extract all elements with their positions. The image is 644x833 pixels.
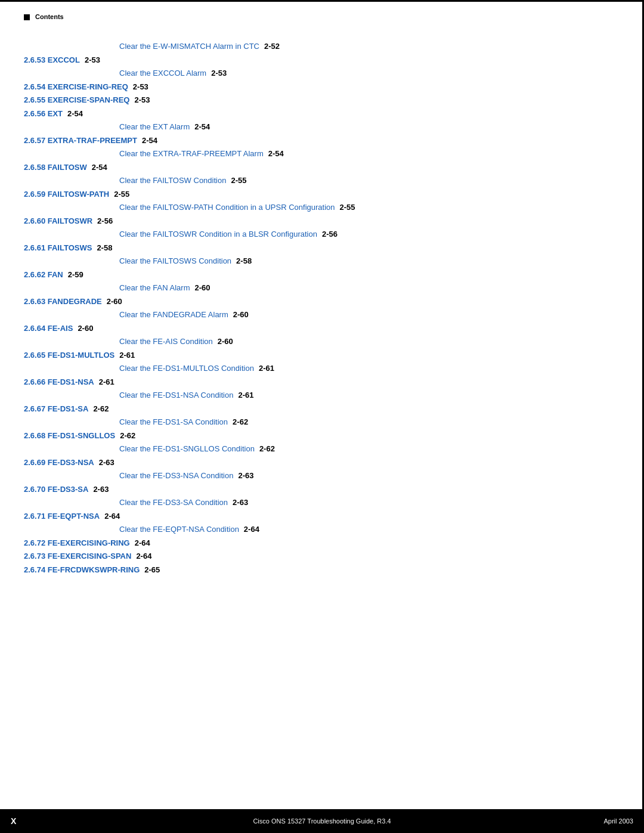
toc-link[interactable]: 2.6.68 FE-DS1-SNGLLOS	[24, 430, 115, 442]
toc-page-num: 2-63	[233, 497, 248, 509]
toc-link[interactable]: Clear the FE-DS3-SA Condition	[119, 497, 228, 509]
toc-row: 2.6.66 FE-DS1-NSA2-61	[24, 376, 632, 388]
toc-row: 2.6.72 FE-EXERCISING-RING2-64	[24, 537, 632, 549]
toc-link[interactable]: 2.6.74 FE-FRCDWKSWPR-RING	[24, 564, 140, 576]
toc-page-num: 2-55	[231, 175, 246, 187]
toc-link[interactable]: Clear the FE-DS3-NSA Condition	[119, 470, 233, 482]
toc-page-num: 2-54	[194, 121, 210, 133]
toc-row: 2.6.71 FE-EQPT-NSA2-64	[24, 510, 632, 522]
toc-page-num: 2-53	[133, 81, 148, 93]
toc-link[interactable]: 2.6.55 EXERCISE-SPAN-REQ	[24, 94, 129, 106]
toc-row: 2.6.58 FAILTOSW2-54	[24, 162, 632, 174]
toc-link[interactable]: Clear the FAILTOSW-PATH Condition in a U…	[119, 202, 335, 213]
toc-row: 2.6.69 FE-DS3-NSA2-63	[24, 457, 632, 469]
toc-link[interactable]: 2.6.64 FE-AIS	[24, 323, 73, 335]
toc-page-num: 2-56	[97, 215, 113, 227]
toc-row: 2.6.65 FE-DS1-MULTLOS2-61	[24, 349, 632, 361]
footer: X Cisco ONS 15327 Troubleshooting Guide,…	[0, 809, 644, 833]
toc-row: Clear the FE-DS1-NSA Condition2-61	[24, 389, 632, 401]
toc-page-num: 2-61	[259, 363, 274, 374]
toc-link[interactable]: 2.6.70 FE-DS3-SA	[24, 484, 88, 496]
toc-row: Clear the EXTRA-TRAF-PREEMPT Alarm2-54	[24, 148, 632, 160]
toc-page-num: 2-54	[142, 135, 157, 147]
toc-page-num: 2-53	[211, 67, 227, 79]
toc-link[interactable]: 2.6.57 EXTRA-TRAF-PREEMPT	[24, 135, 137, 147]
toc-link[interactable]: Clear the EXCCOL Alarm	[119, 67, 206, 79]
toc-row: 2.6.53 EXCCOL2-53	[24, 54, 632, 66]
toc-page-num: 2-54	[268, 148, 284, 160]
toc-link[interactable]: Clear the FAILTOSWR Condition in a BLSR …	[119, 228, 317, 240]
toc-link[interactable]: 2.6.63 FANDEGRADE	[24, 296, 102, 308]
toc-link[interactable]: Clear the FAILTOSW Condition	[119, 175, 226, 187]
toc-link[interactable]: 2.6.54 EXERCISE-RING-REQ	[24, 81, 128, 93]
toc-page-num: 2-60	[218, 336, 233, 348]
toc-page-num: 2-62	[120, 430, 135, 442]
toc-row: Clear the FE-AIS Condition2-60	[24, 336, 632, 348]
toc-page-num: 2-56	[322, 228, 338, 240]
toc-page-num: 2-64	[135, 537, 150, 549]
toc-row: 2.6.56 EXT2-54	[24, 108, 632, 120]
toc-row: 2.6.60 FAILTOSWR2-56	[24, 215, 632, 227]
toc-link[interactable]: Clear the FAILTOSWS Condition	[119, 255, 231, 267]
toc-link[interactable]: 2.6.72 FE-EXERCISING-RING	[24, 537, 130, 549]
toc-link[interactable]: Clear the FE-DS1-SA Condition	[119, 416, 228, 428]
toc-link[interactable]: 2.6.66 FE-DS1-NSA	[24, 376, 94, 388]
toc-page-num: 2-61	[119, 349, 135, 361]
toc-link[interactable]: 2.6.56 EXT	[24, 108, 63, 120]
toc-link[interactable]: Clear the FE-DS1-SNGLLOS Condition	[119, 443, 255, 455]
toc-row: Clear the E-W-MISMATCH Alarm in CTC2-52	[24, 41, 632, 52]
toc-page-num: 2-60	[195, 282, 210, 294]
toc-link[interactable]: Clear the EXT Alarm	[119, 121, 190, 133]
toc-page-num: 2-58	[97, 242, 112, 254]
toc-link[interactable]: 2.6.67 FE-DS1-SA	[24, 403, 88, 415]
toc-page-num: 2-63	[99, 457, 114, 469]
toc-row: Clear the FE-DS3-NSA Condition2-63	[24, 470, 632, 482]
toc-link[interactable]: Clear the FANDEGRADE Alarm	[119, 309, 228, 321]
toc-row: 2.6.54 EXERCISE-RING-REQ2-53	[24, 81, 632, 93]
toc-page-num: 2-60	[78, 323, 93, 335]
toc-link[interactable]: Clear the FE-DS1-NSA Condition	[119, 389, 233, 401]
toc-row: 2.6.73 FE-EXERCISING-SPAN2-64	[24, 550, 632, 562]
toc-page-num: 2-61	[238, 389, 253, 401]
toc-page-num: 2-53	[134, 94, 150, 106]
toc-link[interactable]: 2.6.73 FE-EXERCISING-SPAN	[24, 550, 131, 562]
toc-link[interactable]: Clear the E-W-MISMATCH Alarm in CTC	[119, 41, 259, 52]
toc-page-num: 2-62	[259, 443, 275, 455]
toc-link[interactable]: Clear the FE-DS1-MULTLOS Condition	[119, 363, 254, 374]
toc-row: 2.6.63 FANDEGRADE2-60	[24, 296, 632, 308]
toc-link[interactable]: Clear the EXTRA-TRAF-PREEMPT Alarm	[119, 148, 264, 160]
toc-row: 2.6.67 FE-DS1-SA2-62	[24, 403, 632, 415]
toc-link[interactable]: 2.6.59 FAILTOSW-PATH	[24, 188, 109, 200]
toc-row: 2.6.55 EXERCISE-SPAN-REQ2-53	[24, 94, 632, 106]
toc-page-num: 2-62	[233, 416, 248, 428]
toc-page-num: 2-61	[99, 376, 114, 388]
toc-page-num: 2-64	[136, 550, 151, 562]
toc-link[interactable]: 2.6.62 FAN	[24, 269, 63, 281]
toc-row: Clear the FE-DS3-SA Condition2-63	[24, 497, 632, 509]
toc-page-num: 2-55	[340, 202, 355, 213]
toc-row: Clear the FAILTOSWR Condition in a BLSR …	[24, 228, 632, 240]
contents-label: Contents	[35, 13, 64, 20]
toc-row: Clear the FANDEGRADE Alarm2-60	[24, 309, 632, 321]
toc-page-num: 2-52	[264, 41, 280, 52]
toc-row: 2.6.57 EXTRA-TRAF-PREEMPT2-54	[24, 135, 632, 147]
toc-link[interactable]: Clear the FE-EQPT-NSA Condition	[119, 524, 239, 535]
toc-link[interactable]: 2.6.69 FE-DS3-NSA	[24, 457, 94, 469]
toc-link[interactable]: Clear the FAN Alarm	[119, 282, 190, 294]
toc-page-num: 2-59	[68, 269, 83, 281]
toc-link[interactable]: 2.6.65 FE-DS1-MULTLOS	[24, 349, 114, 361]
toc-row: 2.6.74 FE-FRCDWKSWPR-RING2-65	[24, 564, 632, 576]
toc-page-num: 2-54	[92, 162, 107, 174]
footer-doc-title: Cisco ONS 15327 Troubleshooting Guide, R…	[253, 817, 391, 825]
toc-link[interactable]: 2.6.60 FAILTOSWR	[24, 215, 92, 227]
footer-x-label: X	[0, 816, 27, 826]
toc-page-num: 2-58	[236, 255, 252, 267]
toc-link[interactable]: 2.6.53 EXCCOL	[24, 54, 80, 66]
toc-link[interactable]: 2.6.58 FAILTOSW	[24, 162, 87, 174]
toc-row: 2.6.64 FE-AIS2-60	[24, 323, 632, 335]
toc-link[interactable]: Clear the FE-AIS Condition	[119, 336, 213, 348]
toc-page-num: 2-64	[104, 510, 120, 522]
contents-square-icon	[24, 14, 30, 20]
toc-link[interactable]: 2.6.61 FAILTOSWS	[24, 242, 92, 254]
toc-link[interactable]: 2.6.71 FE-EQPT-NSA	[24, 510, 100, 522]
